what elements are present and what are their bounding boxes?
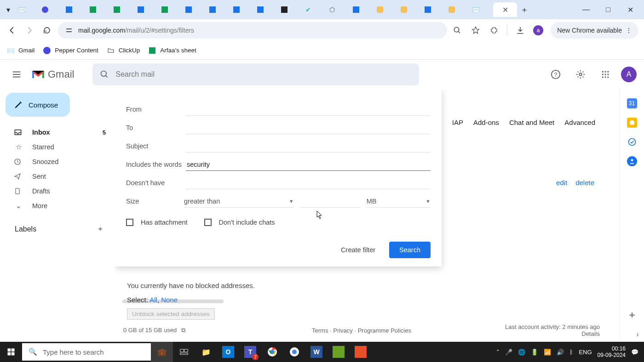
browser-tab[interactable]: ✉️ bbox=[15, 2, 38, 17]
bookmark-star-icon[interactable] bbox=[470, 25, 481, 36]
bookmark-arfaa-sheet[interactable]: Arfaa's sheet bbox=[148, 46, 196, 55]
to-input[interactable] bbox=[186, 121, 431, 134]
browser-tab[interactable] bbox=[278, 2, 301, 17]
tray-chevron-icon[interactable]: ˄ bbox=[496, 349, 500, 356]
tab-addons[interactable]: Add-ons bbox=[473, 119, 499, 126]
search-bar[interactable] bbox=[92, 63, 419, 85]
taskbar-taskview[interactable] bbox=[173, 342, 195, 362]
sidebar-item-sent[interactable]: Sent bbox=[4, 169, 115, 184]
minimize-button[interactable]: — bbox=[581, 4, 592, 15]
tab-advanced[interactable]: Advanced bbox=[564, 119, 595, 126]
sidebar-item-snoozed[interactable]: Snoozed bbox=[4, 154, 115, 169]
new-tab-button[interactable]: ＋ bbox=[518, 3, 531, 16]
size-operator-select[interactable]: greater than▼ bbox=[184, 195, 294, 208]
extensions-icon[interactable] bbox=[489, 25, 500, 36]
tasks-icon[interactable] bbox=[627, 137, 637, 147]
browser-tab[interactable] bbox=[206, 2, 229, 17]
chrome-update-button[interactable]: New Chrome available⋮ bbox=[551, 22, 638, 39]
zoom-icon[interactable] bbox=[452, 25, 463, 36]
browser-profile-avatar[interactable]: a bbox=[533, 25, 543, 35]
downloads-icon[interactable] bbox=[515, 25, 526, 36]
browser-tab[interactable] bbox=[158, 2, 181, 17]
browser-tab[interactable] bbox=[445, 2, 468, 17]
taskbar-app-orange[interactable] bbox=[350, 342, 372, 362]
taskbar-word[interactable]: W bbox=[305, 342, 328, 362]
account-avatar[interactable]: A bbox=[621, 67, 637, 82]
main-menu-button[interactable] bbox=[7, 65, 26, 84]
has-attachment-checkbox[interactable]: Has attachment bbox=[126, 219, 188, 226]
browser-tab[interactable] bbox=[86, 2, 109, 17]
tray-wifi-icon[interactable]: 📶 bbox=[544, 349, 551, 356]
tray-mic-icon[interactable]: 🎤 bbox=[505, 349, 512, 356]
apps-grid-icon[interactable] bbox=[596, 65, 615, 84]
taskbar-explorer[interactable]: 📁 bbox=[195, 342, 217, 362]
taskbar-outlook[interactable]: O bbox=[217, 342, 239, 362]
tab-imap[interactable]: IAP bbox=[452, 119, 463, 126]
taskbar-search[interactable]: 🔍Type here to search bbox=[22, 343, 151, 361]
address-bar[interactable]: mail.google.com/mail/u/2/#settings/filte… bbox=[58, 22, 447, 39]
taskbar-briefcase[interactable]: 💼 bbox=[151, 342, 173, 362]
settings-gear-icon[interactable] bbox=[571, 65, 590, 84]
browser-tab[interactable]: ✉️ bbox=[469, 2, 492, 17]
back-button[interactable] bbox=[6, 24, 18, 37]
tray-clock[interactable]: 00:1609-09-2024 bbox=[598, 345, 626, 359]
select-all-link[interactable]: All bbox=[150, 296, 157, 304]
subject-input[interactable] bbox=[186, 140, 431, 153]
browser-tab[interactable] bbox=[397, 2, 420, 17]
tab-search-dropdown[interactable]: ▾ bbox=[3, 4, 14, 15]
help-icon[interactable]: ? bbox=[546, 65, 565, 84]
browser-tab[interactable] bbox=[374, 2, 397, 17]
open-icon[interactable]: ⧉ bbox=[181, 327, 185, 334]
browser-tab[interactable] bbox=[134, 2, 157, 17]
tray-battery-icon[interactable]: 🔋 bbox=[531, 349, 538, 356]
edit-filter-link[interactable]: edit bbox=[556, 179, 567, 187]
taskbar-app-green[interactable] bbox=[328, 342, 350, 362]
from-input[interactable] bbox=[186, 103, 431, 116]
contacts-icon[interactable] bbox=[627, 156, 637, 166]
search-icon[interactable] bbox=[100, 70, 109, 79]
delete-filter-link[interactable]: delete bbox=[575, 179, 594, 187]
close-tab-icon[interactable]: ✕ bbox=[502, 6, 508, 14]
browser-tab[interactable] bbox=[63, 2, 86, 17]
size-unit-select[interactable]: MB▼ bbox=[367, 195, 431, 208]
taskbar-teams[interactable]: T7 bbox=[239, 342, 261, 362]
start-button[interactable] bbox=[0, 342, 22, 362]
details-link[interactable]: Details bbox=[581, 330, 600, 337]
bookmark-clickup[interactable]: ClickUp bbox=[107, 46, 140, 55]
tray-language[interactable]: ENG bbox=[579, 349, 592, 356]
add-label-button[interactable]: ＋ bbox=[97, 224, 104, 234]
forward-button[interactable] bbox=[23, 24, 36, 37]
taskbar-chrome[interactable] bbox=[261, 342, 283, 362]
tray-bluetooth-icon[interactable]: ᛒ bbox=[569, 349, 573, 356]
search-input[interactable] bbox=[115, 70, 412, 79]
add-addon-button[interactable]: ＋ bbox=[627, 308, 637, 322]
bookmark-gmail[interactable]: ✉️Gmail bbox=[6, 46, 34, 55]
maximize-button[interactable]: □ bbox=[603, 4, 614, 15]
compose-button[interactable]: Compose bbox=[6, 93, 70, 117]
tab-chat-meet[interactable]: Chat and Meet bbox=[509, 119, 554, 126]
browser-tab[interactable] bbox=[230, 2, 253, 17]
select-none-link[interactable]: None bbox=[161, 296, 178, 304]
size-value-input[interactable] bbox=[300, 195, 360, 208]
doesnt-have-input[interactable] bbox=[186, 176, 431, 189]
browser-tab[interactable] bbox=[182, 2, 205, 17]
hide-sidepanel-button[interactable]: › bbox=[632, 329, 643, 340]
sidebar-item-inbox[interactable]: Inbox5 bbox=[4, 125, 115, 140]
browser-tab-active[interactable]: ✕ bbox=[493, 2, 517, 17]
taskbar-chrome-2[interactable] bbox=[283, 342, 305, 362]
reload-button[interactable] bbox=[40, 24, 53, 37]
browser-tab[interactable] bbox=[421, 2, 444, 17]
browser-tab[interactable] bbox=[110, 2, 133, 17]
no-chats-checkbox[interactable]: Don't include chats bbox=[204, 219, 275, 226]
site-info-icon[interactable] bbox=[64, 26, 74, 35]
bookmark-pepper[interactable]: Pepper Content bbox=[43, 46, 98, 55]
browser-tab[interactable]: ⬡ bbox=[326, 2, 349, 17]
calendar-icon[interactable]: 31 bbox=[627, 98, 637, 108]
tray-notifications-icon[interactable]: 💬 bbox=[631, 349, 638, 356]
tray-globe-icon[interactable]: 🌐 bbox=[518, 349, 525, 356]
keep-icon[interactable] bbox=[627, 118, 637, 128]
browser-tab[interactable]: ✔ bbox=[302, 2, 325, 17]
sidebar-item-drafts[interactable]: Drafts bbox=[4, 184, 115, 198]
browser-tab[interactable] bbox=[350, 2, 373, 17]
tray-volume-icon[interactable]: 🔊 bbox=[557, 349, 564, 356]
